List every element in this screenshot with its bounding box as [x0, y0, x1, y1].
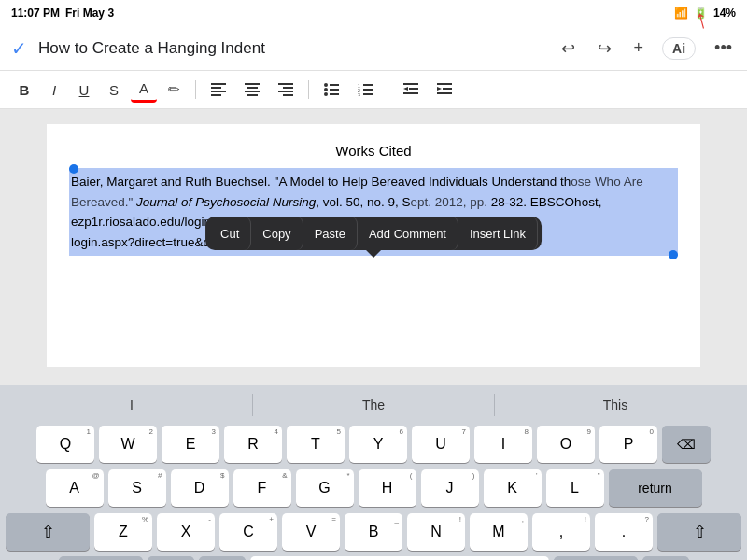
key-a[interactable]: @A	[46, 469, 104, 507]
svg-rect-31	[437, 92, 452, 94]
context-menu: Cut Copy Paste Add Comment Insert Link	[205, 217, 542, 250]
key-b[interactable]: _B	[345, 513, 402, 551]
suggestion-the[interactable]: The	[252, 394, 494, 416]
keyboard-area: I The This 1Q 2W 3E 4R 5T 6Y 7U 8I 9O 0P…	[0, 385, 747, 560]
svg-point-12	[324, 83, 328, 87]
key-g[interactable]: *G	[296, 469, 354, 507]
toolbar-actions: ↩ ↪ + Ai ••• ↑	[557, 35, 736, 63]
battery-pct: 14%	[713, 7, 736, 20]
strikethrough-button[interactable]: S	[101, 78, 127, 102]
align-left-button[interactable]	[204, 79, 233, 100]
suggestion-this[interactable]: This	[494, 394, 736, 416]
key-s[interactable]: #S	[108, 469, 166, 507]
key-d[interactable]: $D	[171, 469, 229, 507]
key-3[interactable]: 3E	[162, 426, 219, 463]
key-c[interactable]: +C	[219, 513, 277, 551]
selection-handle-top	[69, 164, 78, 174]
key-emoji[interactable]: ☺	[148, 556, 194, 560]
key-k[interactable]: 'K	[484, 469, 542, 507]
more-button[interactable]: •••	[711, 35, 736, 62]
key-shift[interactable]: ⇧	[6, 513, 90, 551]
suggestions-bar: I The This	[4, 390, 743, 420]
svg-rect-8	[278, 83, 293, 85]
key-m[interactable]: ,M	[470, 513, 528, 551]
svg-rect-23	[363, 93, 373, 95]
time: 11:07 PM	[11, 7, 60, 20]
decrease-indent-button[interactable]	[396, 79, 426, 100]
key-n[interactable]: !N	[407, 513, 465, 551]
key-comma[interactable]: !,	[532, 513, 590, 551]
separator3	[388, 80, 388, 99]
align-right-button[interactable]	[271, 79, 301, 100]
svg-rect-5	[247, 87, 258, 89]
svg-rect-3	[211, 94, 221, 96]
key-5[interactable]: 5T	[287, 426, 345, 463]
wifi-icon: 📶	[674, 7, 688, 20]
key-num-toggle[interactable]: .?123	[59, 556, 143, 560]
bottom-row: .?123 ☺ 🎤 .?123 ⌨	[4, 556, 743, 560]
key-space[interactable]	[250, 556, 549, 560]
top-toolbar: ✓ How to Create a Hanging Indent ↩ ↪ + A…	[0, 26, 747, 71]
svg-text:3: 3	[358, 92, 360, 96]
key-shift-right[interactable]: ⇧	[657, 513, 741, 551]
svg-rect-15	[330, 89, 339, 91]
key-num-toggle-right[interactable]: .?123	[554, 556, 638, 560]
doc-title: How to Create a Hanging Indent	[38, 39, 557, 58]
key-6[interactable]: 6Y	[349, 426, 407, 463]
underline-button[interactable]: U	[71, 78, 97, 102]
paste-button[interactable]: Paste	[303, 217, 358, 250]
cut-button[interactable]: Cut	[209, 217, 251, 250]
checkmark-button[interactable]: ✓	[11, 37, 27, 60]
svg-rect-19	[363, 84, 373, 86]
bold-button[interactable]: B	[11, 78, 37, 102]
key-f[interactable]: &F	[233, 469, 291, 507]
key-v[interactable]: =V	[282, 513, 340, 551]
key-mic[interactable]: 🎤	[199, 556, 246, 560]
undo-button[interactable]: ↩	[557, 35, 579, 63]
add-button[interactable]: +	[630, 35, 648, 62]
numbered-list-button[interactable]: 123	[350, 79, 380, 100]
key-period[interactable]: ?.	[595, 513, 653, 551]
key-8[interactable]: 8I	[474, 426, 532, 463]
status-bar: 11:07 PM Fri May 3 📶 🔋 14%	[0, 0, 747, 26]
key-backspace[interactable]: ⌫	[662, 426, 711, 463]
increase-indent-button[interactable]	[430, 79, 459, 100]
svg-rect-24	[403, 83, 418, 85]
redo-button[interactable]: ↪	[594, 35, 615, 63]
key-1[interactable]: 1Q	[36, 426, 94, 463]
insert-link-button[interactable]: Insert Link	[458, 217, 538, 250]
key-return[interactable]: return	[609, 469, 702, 507]
document-heading: Works Cited	[69, 143, 678, 159]
document-page[interactable]: Works Cited Baier, Margaret and Ruth Bue…	[47, 124, 700, 367]
key-2[interactable]: 2W	[99, 426, 157, 463]
italic-button[interactable]: I	[41, 78, 67, 102]
key-h[interactable]: (H	[359, 469, 416, 507]
key-9[interactable]: 9O	[537, 426, 595, 463]
ai-button[interactable]: Ai	[662, 37, 696, 60]
svg-rect-9	[283, 87, 293, 89]
svg-rect-10	[278, 91, 293, 92]
svg-rect-11	[283, 94, 293, 96]
key-j[interactable]: )J	[421, 469, 479, 507]
key-x[interactable]: -X	[157, 513, 215, 551]
add-comment-button[interactable]: Add Comment	[358, 217, 458, 250]
svg-rect-28	[437, 83, 452, 85]
key-4[interactable]: 4R	[224, 426, 282, 463]
bullet-list-button[interactable]	[317, 79, 346, 100]
document-area: Works Cited Baier, Margaret and Ruth Bue…	[0, 109, 747, 385]
key-0[interactable]: 0P	[599, 426, 657, 463]
svg-rect-1	[211, 87, 221, 89]
svg-marker-29	[437, 87, 442, 91]
copy-button[interactable]: Copy	[251, 217, 303, 250]
selected-text-container[interactable]: Baier, Margaret and Ruth Buechsel. "A Mo…	[69, 168, 678, 256]
asdf-row: @A #S $D &F *G (H )J 'K "L return	[4, 469, 743, 508]
key-z[interactable]: %Z	[94, 513, 152, 551]
key-7[interactable]: 7U	[412, 426, 470, 463]
text-color-button[interactable]: A	[131, 77, 157, 103]
key-keyboard[interactable]: ⌨	[642, 556, 689, 560]
align-center-button[interactable]	[237, 79, 267, 100]
suggestion-i[interactable]: I	[11, 394, 252, 416]
svg-rect-0	[211, 83, 226, 85]
highlight-button[interactable]: ✏	[161, 77, 188, 102]
key-l[interactable]: "L	[546, 469, 604, 507]
